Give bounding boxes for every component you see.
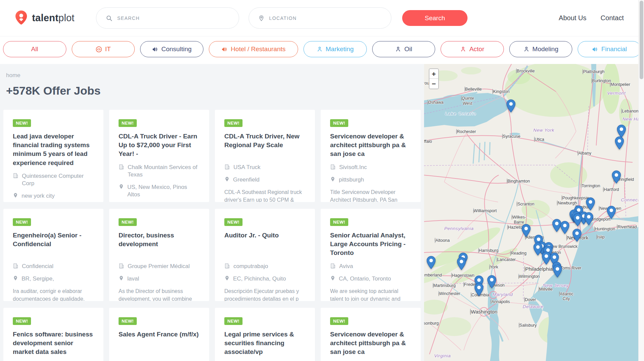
filter-pill-marketing[interactable]: Marketing <box>303 41 367 57</box>
job-company: Chalk Mountain Services of Texas <box>128 164 200 178</box>
map[interactable]: Brockville Peterborough Belleville Kings… <box>424 64 638 361</box>
filter-pill-hotel-restaurants[interactable]: Hotel / Restaurants <box>209 41 298 57</box>
filter-pill-label: Marketing <box>326 45 354 53</box>
map-marker-icon[interactable] <box>457 257 466 271</box>
job-card[interactable]: NEW! Auditor Jr. - Quito computrabajo EC… <box>215 209 315 301</box>
new-badge: NEW! <box>224 218 243 226</box>
map-marker-icon[interactable] <box>542 252 551 266</box>
job-card[interactable]: NEW! Lead java developer financial tradi… <box>3 110 103 202</box>
map-marker-icon[interactable] <box>553 264 562 279</box>
job-location: CA, Ontario, Toronto <box>339 275 391 283</box>
map-marker-icon[interactable] <box>615 136 624 151</box>
map-marker-icon[interactable] <box>560 221 570 235</box>
filter-pill-all[interactable]: All <box>3 41 66 57</box>
new-badge: NEW! <box>119 119 137 127</box>
new-badge: NEW! <box>13 317 31 325</box>
filter-pill-label: Consulting <box>161 45 192 53</box>
job-title: Auditor Jr. - Quito <box>224 231 305 258</box>
job-card[interactable]: NEW! Servicenow developer & architect pi… <box>321 308 421 361</box>
map-marker-icon[interactable] <box>573 229 582 243</box>
location-field[interactable] <box>249 7 391 29</box>
new-badge: NEW! <box>330 317 348 325</box>
map-pin-icon <box>119 275 124 281</box>
job-description: As the Director of business development,… <box>119 287 200 301</box>
map-marker-icon[interactable] <box>487 275 496 290</box>
filter-pill-actor[interactable]: Actor <box>441 41 504 57</box>
nav-about-us[interactable]: About Us <box>559 14 586 22</box>
job-location-row: new york city <box>13 192 94 200</box>
scrollbar-thumb[interactable] <box>640 1 643 79</box>
job-company: USA Truck <box>233 164 260 171</box>
filter-pill-consulting[interactable]: Consulting <box>140 41 203 57</box>
filter-pill-modeling[interactable]: Modeling <box>509 41 573 57</box>
filter-pill-label: Financial <box>601 45 627 53</box>
search-field[interactable] <box>96 7 239 29</box>
job-cards-grid: NEW! Lead java developer financial tradi… <box>3 110 421 361</box>
map-pin-icon <box>330 176 335 182</box>
filter-pill-label: Modeling <box>533 45 558 53</box>
map-marker-icon[interactable] <box>612 170 621 185</box>
job-card[interactable]: NEW! Engenheiro(a) Senior - Confidencial… <box>3 209 103 301</box>
job-location-row: CA, Ontario, Toronto <box>330 275 411 283</box>
job-card[interactable]: NEW! CDL-A Truck Driver - Earn Up to $72… <box>109 110 209 202</box>
map-pins-layer <box>424 64 638 361</box>
zoom-in-button[interactable]: + <box>429 69 438 79</box>
map-marker-icon[interactable] <box>534 242 543 257</box>
map-marker-icon[interactable] <box>586 197 595 212</box>
search-input[interactable] <box>117 15 229 21</box>
breadcrumb[interactable]: home <box>3 72 421 79</box>
job-location: US, New Mexico, Pinos Altos <box>127 184 200 198</box>
job-description: Descripción Ejecutar pruebas y procedimi… <box>224 287 305 301</box>
map-marker-icon[interactable] <box>521 224 530 238</box>
job-card[interactable]: NEW! Sales Agent France (m/f/x) Movinga … <box>109 308 209 361</box>
job-description: We are seeking top actuarial talent to j… <box>330 287 411 301</box>
page-title: +578K Offer Jobs <box>3 84 421 97</box>
zoom-out-button[interactable]: − <box>429 79 438 89</box>
new-badge: NEW! <box>13 119 31 127</box>
map-marker-icon[interactable] <box>475 283 484 297</box>
job-title: Engenheiro(a) Senior - Confidencial <box>13 231 94 258</box>
building-icon <box>119 164 124 170</box>
filter-pill-label: Actor <box>469 45 484 53</box>
scrollbar[interactable] <box>638 0 644 361</box>
filter-pill-financial[interactable]: Financial <box>578 41 641 57</box>
map-pin-icon <box>119 184 124 189</box>
location-input[interactable] <box>269 15 382 21</box>
filter-pill-it[interactable]: IT <box>72 41 135 57</box>
job-card[interactable]: NEW! Servicenow developer & architect pi… <box>321 110 421 202</box>
logo-text: talentplot <box>32 12 74 24</box>
filter-pill-label: IT <box>105 45 111 53</box>
map-marker-icon[interactable] <box>607 206 616 220</box>
code-icon <box>96 46 102 53</box>
map-marker-icon[interactable] <box>506 99 515 114</box>
job-title: CDL-A Truck Driver - Earn Up to $72,000 … <box>119 132 200 159</box>
map-pin-icon <box>330 275 335 281</box>
job-company-row: Chalk Mountain Services of Texas <box>119 164 200 178</box>
job-card[interactable]: NEW! Senior Actuarial Analyst, Large Acc… <box>321 209 421 301</box>
filter-pill-oil[interactable]: Oil <box>372 41 436 57</box>
job-company-row: USA Truck <box>224 164 305 171</box>
search-button[interactable]: Search <box>402 10 468 26</box>
job-card[interactable]: NEW! Director, business development Grou… <box>109 209 209 301</box>
new-badge: NEW! <box>119 218 137 226</box>
nav-contact[interactable]: Contact <box>601 14 624 22</box>
search-icon <box>106 15 112 22</box>
building-icon <box>13 263 19 269</box>
job-card[interactable]: NEW! Fenics software: business developme… <box>3 308 103 361</box>
job-title: Servicenow developer & architect pittsbu… <box>330 330 411 357</box>
job-company-row: Sivisoft.Inc <box>330 164 411 171</box>
job-card[interactable]: NEW! Legal prime services & securities f… <box>215 308 315 361</box>
building-icon <box>119 263 124 269</box>
map-marker-icon[interactable] <box>552 219 561 233</box>
map-marker-icon[interactable] <box>584 212 593 227</box>
map-marker-icon[interactable] <box>426 256 436 270</box>
job-card[interactable]: NEW! CDL-A Truck Driver, New Regional Pa… <box>215 110 315 202</box>
job-company-row: Quintessence Computer Corp <box>13 172 94 187</box>
building-icon <box>330 263 336 269</box>
map-pin-icon <box>224 275 230 281</box>
job-location: EC, Pichincha, Quito <box>233 275 286 283</box>
new-badge: NEW! <box>330 119 348 127</box>
job-description: Ira auditar, corrigir e elaborar documen… <box>13 287 94 301</box>
logo[interactable]: talentplot <box>15 10 74 26</box>
map-marker-icon[interactable] <box>573 213 582 228</box>
